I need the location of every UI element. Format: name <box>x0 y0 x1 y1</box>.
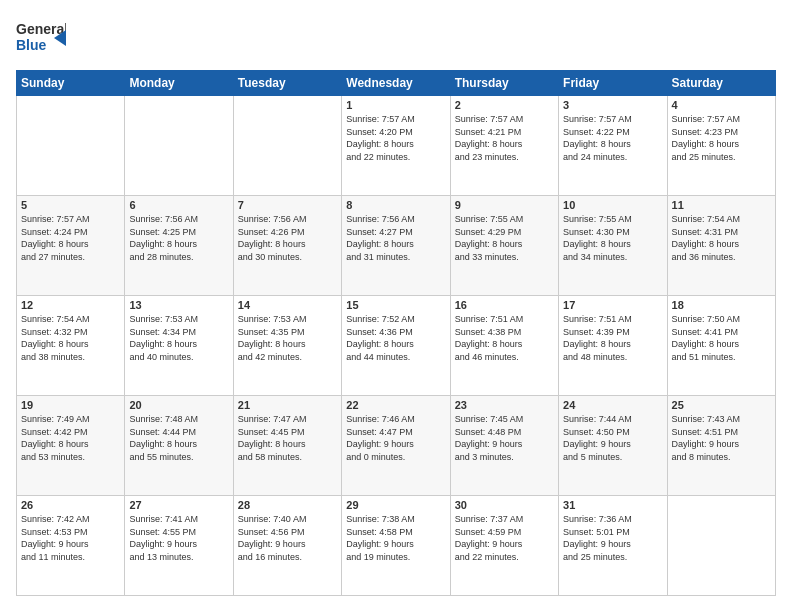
day-number: 15 <box>346 299 445 311</box>
calendar-cell-week5-day4: 29Sunrise: 7:38 AM Sunset: 4:58 PM Dayli… <box>342 496 450 596</box>
day-info: Sunrise: 7:37 AM Sunset: 4:59 PM Dayligh… <box>455 513 554 563</box>
logo: General Blue <box>16 16 66 60</box>
calendar-cell-week2-day2: 6Sunrise: 7:56 AM Sunset: 4:25 PM Daylig… <box>125 196 233 296</box>
weekday-header-thursday: Thursday <box>450 71 558 96</box>
day-info: Sunrise: 7:43 AM Sunset: 4:51 PM Dayligh… <box>672 413 771 463</box>
day-number: 9 <box>455 199 554 211</box>
day-number: 5 <box>21 199 120 211</box>
day-info: Sunrise: 7:51 AM Sunset: 4:38 PM Dayligh… <box>455 313 554 363</box>
calendar-cell-week2-day5: 9Sunrise: 7:55 AM Sunset: 4:29 PM Daylig… <box>450 196 558 296</box>
day-info: Sunrise: 7:54 AM Sunset: 4:32 PM Dayligh… <box>21 313 120 363</box>
day-info: Sunrise: 7:57 AM Sunset: 4:23 PM Dayligh… <box>672 113 771 163</box>
day-info: Sunrise: 7:56 AM Sunset: 4:25 PM Dayligh… <box>129 213 228 263</box>
calendar-cell-week1-day4: 1Sunrise: 7:57 AM Sunset: 4:20 PM Daylig… <box>342 96 450 196</box>
calendar-cell-week5-day3: 28Sunrise: 7:40 AM Sunset: 4:56 PM Dayli… <box>233 496 341 596</box>
day-number: 2 <box>455 99 554 111</box>
day-number: 8 <box>346 199 445 211</box>
weekday-header-friday: Friday <box>559 71 667 96</box>
calendar-cell-week5-day2: 27Sunrise: 7:41 AM Sunset: 4:55 PM Dayli… <box>125 496 233 596</box>
day-info: Sunrise: 7:45 AM Sunset: 4:48 PM Dayligh… <box>455 413 554 463</box>
day-number: 10 <box>563 199 662 211</box>
calendar-cell-week3-day3: 14Sunrise: 7:53 AM Sunset: 4:35 PM Dayli… <box>233 296 341 396</box>
day-number: 24 <box>563 399 662 411</box>
calendar-table: SundayMondayTuesdayWednesdayThursdayFrid… <box>16 70 776 596</box>
weekday-header-monday: Monday <box>125 71 233 96</box>
day-number: 27 <box>129 499 228 511</box>
calendar-cell-week4-day4: 22Sunrise: 7:46 AM Sunset: 4:47 PM Dayli… <box>342 396 450 496</box>
calendar-header-row: SundayMondayTuesdayWednesdayThursdayFrid… <box>17 71 776 96</box>
day-number: 19 <box>21 399 120 411</box>
calendar-cell-week5-day1: 26Sunrise: 7:42 AM Sunset: 4:53 PM Dayli… <box>17 496 125 596</box>
calendar-cell-week2-day4: 8Sunrise: 7:56 AM Sunset: 4:27 PM Daylig… <box>342 196 450 296</box>
day-info: Sunrise: 7:51 AM Sunset: 4:39 PM Dayligh… <box>563 313 662 363</box>
day-number: 30 <box>455 499 554 511</box>
calendar-cell-week4-day3: 21Sunrise: 7:47 AM Sunset: 4:45 PM Dayli… <box>233 396 341 496</box>
day-info: Sunrise: 7:55 AM Sunset: 4:29 PM Dayligh… <box>455 213 554 263</box>
calendar-cell-week2-day7: 11Sunrise: 7:54 AM Sunset: 4:31 PM Dayli… <box>667 196 775 296</box>
day-info: Sunrise: 7:57 AM Sunset: 4:20 PM Dayligh… <box>346 113 445 163</box>
calendar-cell-week2-day3: 7Sunrise: 7:56 AM Sunset: 4:26 PM Daylig… <box>233 196 341 296</box>
day-number: 25 <box>672 399 771 411</box>
day-number: 6 <box>129 199 228 211</box>
calendar-week-4: 19Sunrise: 7:49 AM Sunset: 4:42 PM Dayli… <box>17 396 776 496</box>
svg-text:Blue: Blue <box>16 37 47 53</box>
day-info: Sunrise: 7:42 AM Sunset: 4:53 PM Dayligh… <box>21 513 120 563</box>
day-info: Sunrise: 7:53 AM Sunset: 4:35 PM Dayligh… <box>238 313 337 363</box>
day-info: Sunrise: 7:41 AM Sunset: 4:55 PM Dayligh… <box>129 513 228 563</box>
calendar-cell-week3-day7: 18Sunrise: 7:50 AM Sunset: 4:41 PM Dayli… <box>667 296 775 396</box>
calendar-cell-week4-day2: 20Sunrise: 7:48 AM Sunset: 4:44 PM Dayli… <box>125 396 233 496</box>
day-number: 31 <box>563 499 662 511</box>
day-number: 7 <box>238 199 337 211</box>
calendar-week-2: 5Sunrise: 7:57 AM Sunset: 4:24 PM Daylig… <box>17 196 776 296</box>
calendar-cell-week2-day1: 5Sunrise: 7:57 AM Sunset: 4:24 PM Daylig… <box>17 196 125 296</box>
day-info: Sunrise: 7:55 AM Sunset: 4:30 PM Dayligh… <box>563 213 662 263</box>
weekday-header-wednesday: Wednesday <box>342 71 450 96</box>
day-info: Sunrise: 7:54 AM Sunset: 4:31 PM Dayligh… <box>672 213 771 263</box>
day-number: 18 <box>672 299 771 311</box>
calendar-cell-week5-day6: 31Sunrise: 7:36 AM Sunset: 5:01 PM Dayli… <box>559 496 667 596</box>
day-number: 20 <box>129 399 228 411</box>
day-number: 13 <box>129 299 228 311</box>
calendar-week-3: 12Sunrise: 7:54 AM Sunset: 4:32 PM Dayli… <box>17 296 776 396</box>
day-info: Sunrise: 7:40 AM Sunset: 4:56 PM Dayligh… <box>238 513 337 563</box>
calendar-cell-week3-day4: 15Sunrise: 7:52 AM Sunset: 4:36 PM Dayli… <box>342 296 450 396</box>
day-number: 17 <box>563 299 662 311</box>
calendar-cell-week2-day6: 10Sunrise: 7:55 AM Sunset: 4:30 PM Dayli… <box>559 196 667 296</box>
day-number: 14 <box>238 299 337 311</box>
day-info: Sunrise: 7:57 AM Sunset: 4:24 PM Dayligh… <box>21 213 120 263</box>
day-info: Sunrise: 7:49 AM Sunset: 4:42 PM Dayligh… <box>21 413 120 463</box>
day-number: 1 <box>346 99 445 111</box>
calendar-cell-week3-day2: 13Sunrise: 7:53 AM Sunset: 4:34 PM Dayli… <box>125 296 233 396</box>
day-info: Sunrise: 7:52 AM Sunset: 4:36 PM Dayligh… <box>346 313 445 363</box>
page: General Blue SundayMondayTuesdayWednesda… <box>0 0 792 612</box>
calendar-cell-week5-day7 <box>667 496 775 596</box>
calendar-cell-week4-day1: 19Sunrise: 7:49 AM Sunset: 4:42 PM Dayli… <box>17 396 125 496</box>
calendar-cell-week5-day5: 30Sunrise: 7:37 AM Sunset: 4:59 PM Dayli… <box>450 496 558 596</box>
day-number: 12 <box>21 299 120 311</box>
calendar-cell-week1-day5: 2Sunrise: 7:57 AM Sunset: 4:21 PM Daylig… <box>450 96 558 196</box>
calendar-cell-week4-day7: 25Sunrise: 7:43 AM Sunset: 4:51 PM Dayli… <box>667 396 775 496</box>
day-number: 26 <box>21 499 120 511</box>
calendar-cell-week1-day2 <box>125 96 233 196</box>
day-number: 4 <box>672 99 771 111</box>
svg-text:General: General <box>16 21 66 37</box>
day-info: Sunrise: 7:44 AM Sunset: 4:50 PM Dayligh… <box>563 413 662 463</box>
day-number: 11 <box>672 199 771 211</box>
day-info: Sunrise: 7:53 AM Sunset: 4:34 PM Dayligh… <box>129 313 228 363</box>
calendar-week-1: 1Sunrise: 7:57 AM Sunset: 4:20 PM Daylig… <box>17 96 776 196</box>
calendar-cell-week1-day1 <box>17 96 125 196</box>
weekday-header-sunday: Sunday <box>17 71 125 96</box>
day-info: Sunrise: 7:56 AM Sunset: 4:26 PM Dayligh… <box>238 213 337 263</box>
day-info: Sunrise: 7:50 AM Sunset: 4:41 PM Dayligh… <box>672 313 771 363</box>
calendar-cell-week1-day6: 3Sunrise: 7:57 AM Sunset: 4:22 PM Daylig… <box>559 96 667 196</box>
calendar-cell-week4-day5: 23Sunrise: 7:45 AM Sunset: 4:48 PM Dayli… <box>450 396 558 496</box>
day-info: Sunrise: 7:36 AM Sunset: 5:01 PM Dayligh… <box>563 513 662 563</box>
logo-graphic: General Blue <box>16 16 66 60</box>
day-number: 23 <box>455 399 554 411</box>
calendar-cell-week1-day3 <box>233 96 341 196</box>
day-info: Sunrise: 7:56 AM Sunset: 4:27 PM Dayligh… <box>346 213 445 263</box>
day-info: Sunrise: 7:57 AM Sunset: 4:22 PM Dayligh… <box>563 113 662 163</box>
day-number: 3 <box>563 99 662 111</box>
calendar-cell-week3-day5: 16Sunrise: 7:51 AM Sunset: 4:38 PM Dayli… <box>450 296 558 396</box>
day-number: 21 <box>238 399 337 411</box>
